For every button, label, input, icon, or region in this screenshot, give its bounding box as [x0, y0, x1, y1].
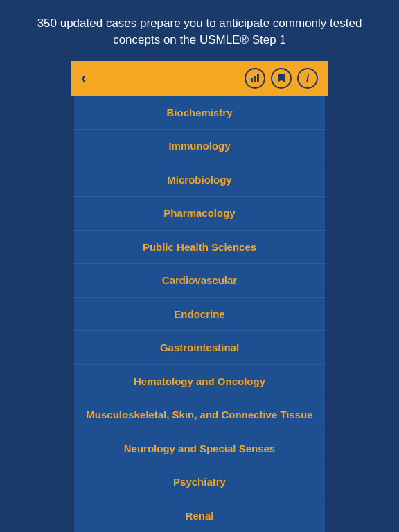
list-item-label: Microbiology	[167, 173, 231, 187]
list-item[interactable]: Hematology and Oncology	[74, 365, 325, 399]
top-bar: ‹ i	[71, 61, 328, 96]
list-item-label: Psychiatry	[173, 475, 226, 489]
svg-rect-1	[254, 76, 256, 82]
subject-list: BiochemistryImmunologyMicrobiologyPharma…	[71, 96, 328, 532]
info-icon[interactable]: i	[297, 68, 318, 89]
bar-chart-icon[interactable]	[245, 68, 265, 89]
bookmark-icon[interactable]	[271, 68, 292, 89]
header-tagline: 350 updated cases prepare you to anticip…	[0, 0, 399, 61]
list-item[interactable]: Microbiology	[74, 163, 325, 197]
list-item[interactable]: Neurology and Special Senses	[74, 432, 325, 466]
back-button[interactable]: ‹	[81, 71, 86, 86]
list-item[interactable]: Biochemistry	[74, 96, 325, 130]
list-item[interactable]: Public Health Sciences	[74, 231, 325, 265]
list-item-label: Immunology	[168, 139, 230, 153]
svg-rect-0	[251, 78, 253, 82]
list-item[interactable]: Endocrine	[74, 298, 325, 332]
top-bar-icons: i	[245, 68, 318, 89]
list-item-label: Renal	[186, 509, 214, 523]
list-item[interactable]: Gastrointestinal	[74, 331, 325, 365]
svg-rect-2	[257, 74, 259, 82]
list-item-label: Endocrine	[174, 308, 224, 321]
list-item[interactable]: Renal	[74, 499, 325, 532]
list-item-label: Musculoskeletal, Skin, and Connective Ti…	[86, 408, 312, 422]
list-item[interactable]: Cardiovascular	[74, 264, 325, 298]
list-item-label: Neurology and Special Senses	[124, 442, 275, 456]
list-item-label: Gastrointestinal	[160, 341, 239, 355]
list-item-label: Biochemistry	[166, 106, 232, 120]
list-item[interactable]: Immunology	[74, 130, 325, 163]
list-item[interactable]: Pharmacology	[74, 197, 325, 231]
list-item-label: Cardiovascular	[162, 274, 237, 287]
list-item[interactable]: Musculoskeletal, Skin, and Connective Ti…	[74, 398, 325, 432]
list-item-label: Pharmacology	[163, 206, 235, 220]
list-item[interactable]: Psychiatry	[74, 466, 325, 499]
app-container: ‹ i BiochemistryImmunologyMicrobiologyPh…	[71, 61, 328, 532]
list-item-label: Hematology and Oncology	[134, 375, 265, 389]
list-item-label: Public Health Sciences	[143, 240, 256, 254]
